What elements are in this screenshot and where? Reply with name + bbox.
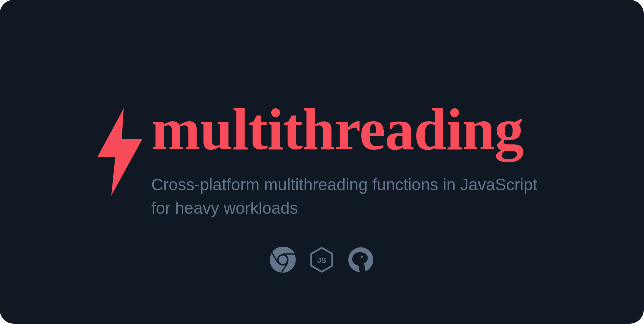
text-column: multithreading Cross-platform multithrea…: [152, 104, 546, 220]
svg-text:JS: JS: [318, 256, 326, 264]
project-subtitle: Cross-platform multithreading functions …: [152, 174, 546, 220]
lightning-bolt-icon: [98, 108, 142, 196]
hero-card: multithreading Cross-platform multithrea…: [0, 0, 644, 324]
platforms-row: JS: [270, 247, 374, 273]
project-title: multithreading: [152, 100, 546, 160]
nodejs-icon: JS: [309, 247, 335, 273]
svg-point-5: [361, 256, 363, 258]
hero-row: multithreading Cross-platform multithrea…: [98, 104, 546, 220]
chrome-icon: [270, 247, 296, 273]
svg-point-2: [279, 256, 288, 264]
deno-icon: [348, 247, 374, 273]
